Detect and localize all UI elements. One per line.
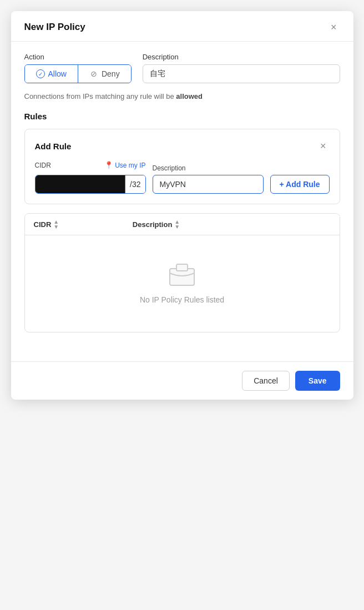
cancel-button[interactable]: Cancel <box>242 371 290 391</box>
rules-table: CIDR ▲ ▼ Description ▲ ▼ <box>24 213 340 332</box>
action-label: Action <box>24 53 132 61</box>
check-icon: ✓ <box>36 69 45 78</box>
empty-state-text: No IP Policy Rules listed <box>140 295 224 304</box>
add-rule-button-label: + Add Rule <box>280 180 320 189</box>
deny-label: Deny <box>102 69 120 78</box>
allow-label: Allow <box>48 69 67 78</box>
allow-button[interactable]: ✓ Allow <box>25 65 78 83</box>
cidr-header: CIDR 📍 Use my IP <box>35 161 146 169</box>
use-my-ip-link[interactable]: 📍 Use my IP <box>104 161 145 169</box>
save-button[interactable]: Save <box>295 371 340 391</box>
rules-section-title: Rules <box>24 112 340 121</box>
svg-rect-1 <box>176 264 188 271</box>
cidr-suffix: /32 <box>125 175 145 193</box>
helper-bold: allowed <box>176 92 203 100</box>
cidr-input[interactable] <box>36 175 125 193</box>
use-my-ip-text: Use my IP <box>115 162 145 169</box>
add-rule-header: Add Rule × <box>35 139 330 153</box>
description-group: Description <box>143 53 340 83</box>
add-rule-description-input[interactable] <box>153 175 264 194</box>
helper-prefix: Connections from IPs matching any rule w… <box>24 92 176 100</box>
modal-title: New IP Policy <box>24 22 85 33</box>
description-label: Description <box>143 53 340 61</box>
action-toggle: ✓ Allow ⊘ Deny <box>24 64 132 83</box>
description-col-label: Description <box>133 220 173 229</box>
description-column-header[interactable]: Description ▲ ▼ <box>133 219 331 229</box>
add-rule-fields: CIDR 📍 Use my IP /32 Description <box>35 161 330 194</box>
ban-icon: ⊘ <box>89 69 98 78</box>
cidr-field-label: CIDR <box>35 162 51 169</box>
empty-state: No IP Policy Rules listed <box>25 235 340 332</box>
description-input[interactable] <box>143 64 340 83</box>
table-header: CIDR ▲ ▼ Description ▲ ▼ <box>25 214 340 235</box>
location-icon: 📍 <box>104 161 113 169</box>
modal-close-button[interactable]: × <box>327 21 340 33</box>
add-rule-description-group: Description <box>153 164 264 194</box>
add-rule-title: Add Rule <box>35 142 72 151</box>
empty-state-icon <box>168 263 196 288</box>
description-sort-icon: ▲ ▼ <box>174 219 180 229</box>
modal-header: New IP Policy × <box>11 11 353 42</box>
add-rule-card: Add Rule × CIDR 📍 Use my IP /32 <box>24 129 340 204</box>
cidr-column-header[interactable]: CIDR ▲ ▼ <box>34 219 133 229</box>
modal-body: Action ✓ Allow ⊘ Deny Description <box>11 42 353 361</box>
cidr-field-group: CIDR 📍 Use my IP /32 <box>35 161 146 194</box>
action-group: Action ✓ Allow ⊘ Deny <box>24 53 132 83</box>
cidr-col-label: CIDR <box>34 220 52 229</box>
action-description-row: Action ✓ Allow ⊘ Deny Description <box>24 53 340 83</box>
helper-text: Connections from IPs matching any rule w… <box>24 92 340 100</box>
cidr-sort-icon: ▲ ▼ <box>53 219 59 229</box>
add-rule-button[interactable]: + Add Rule <box>270 175 330 194</box>
add-rule-close-button[interactable]: × <box>317 139 330 153</box>
add-rule-description-label: Description <box>153 164 264 172</box>
new-ip-policy-modal: New IP Policy × Action ✓ Allow ⊘ Deny <box>11 11 353 400</box>
deny-button[interactable]: ⊘ Deny <box>78 65 131 83</box>
cidr-input-wrapper: /32 <box>35 175 146 194</box>
modal-footer: Cancel Save <box>11 361 353 400</box>
